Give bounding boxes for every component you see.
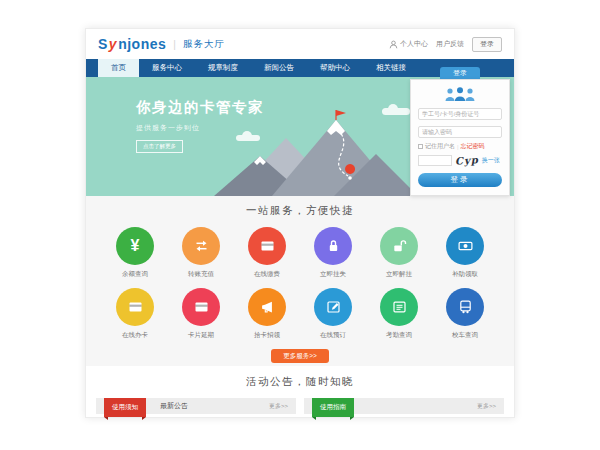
service-item-report-loss[interactable]: 立即挂失 (300, 227, 366, 279)
personal-center-label: 个人中心 (400, 39, 428, 49)
service-label: 余额查询 (102, 270, 168, 279)
service-item-transfer[interactable]: 转账充值 (168, 227, 234, 279)
services-row-2: 在线办卡 卡片延期 拾卡招领 (86, 288, 514, 340)
service-label: 在线缴费 (234, 270, 300, 279)
feedback-label: 用户反馈 (436, 39, 464, 49)
remember-checkbox[interactable] (418, 144, 423, 149)
hero-title: 你身边的卡管专家 (136, 98, 264, 117)
latest-news-tab[interactable]: 最新公告 (160, 401, 188, 411)
header-login-button[interactable]: 登录 (472, 37, 502, 52)
announcements-title: 活动公告，随时知晓 (86, 375, 514, 389)
service-circle[interactable] (182, 227, 220, 265)
services-row-1: ¥ 余额查询 转账充值 (86, 227, 514, 279)
service-label: 在线办卡 (102, 331, 168, 340)
nav-item-rules[interactable]: 规章制度 (195, 59, 251, 77)
service-item-lost-found[interactable]: 拾卡招领 (234, 288, 300, 340)
separator: | (457, 144, 459, 150)
service-label: 立即挂失 (300, 270, 366, 279)
list-icon (391, 299, 408, 315)
service-circle[interactable] (314, 288, 352, 326)
megaphone-icon (259, 299, 276, 315)
service-circle[interactable] (380, 227, 418, 265)
service-item-payment[interactable]: 在线缴费 (234, 227, 300, 279)
transfer-icon (193, 238, 210, 254)
captcha-input[interactable] (418, 155, 452, 166)
service-circle[interactable]: ¥ (116, 227, 154, 265)
usage-guide-ribbon[interactable]: 使用指南 (312, 398, 354, 417)
captcha-image[interactable]: Cyp (455, 154, 479, 167)
card-icon (259, 238, 276, 254)
service-item-balance[interactable]: ¥ 余额查询 (102, 227, 168, 279)
more-services-button[interactable]: 更多服务>> (271, 349, 329, 363)
service-circle[interactable] (182, 288, 220, 326)
notice-more-link[interactable]: 更多>> (269, 402, 288, 411)
service-circle[interactable] (248, 227, 286, 265)
lock-icon (325, 238, 342, 254)
service-circle[interactable] (314, 227, 352, 265)
login-panel: 登录 记住用户名 | 忘记密码 Cyp 换一张 (410, 67, 510, 196)
nav-item-help-center[interactable]: 帮助中心 (307, 59, 363, 77)
site-name: 服务大厅 (183, 38, 225, 51)
service-label: 卡片延期 (168, 331, 234, 340)
service-item-card-renewal[interactable]: 卡片延期 (168, 288, 234, 340)
service-item-school-bus[interactable]: 校车查询 (432, 288, 498, 340)
nav-item-service-center[interactable]: 服务中心 (139, 59, 195, 77)
service-label: 校车查询 (432, 331, 498, 340)
notice-panel: 使用须知 最新公告 更多>> (96, 398, 296, 414)
edit-icon (325, 299, 342, 315)
service-label: 考勤查询 (366, 331, 432, 340)
service-label: 在线预订 (300, 331, 366, 340)
login-tab[interactable]: 登录 (440, 67, 480, 79)
service-circle[interactable] (248, 288, 286, 326)
account-input[interactable] (418, 108, 502, 120)
feedback-link[interactable]: 用户反馈 (436, 39, 464, 49)
person-icon (389, 40, 398, 49)
unlock-icon (391, 238, 408, 254)
login-submit-button[interactable]: 登录 (418, 173, 502, 187)
card-icon (193, 299, 210, 315)
forgot-password-link[interactable]: 忘记密码 (461, 142, 485, 151)
service-label: 补助领取 (432, 270, 498, 279)
guide-more-link[interactable]: 更多>> (477, 402, 496, 411)
logo-prefix: S (98, 36, 108, 52)
banknote-icon (457, 238, 474, 254)
service-label: 转账充值 (168, 270, 234, 279)
services-title: 一站服务，方便快捷 (86, 204, 514, 218)
service-circle[interactable] (380, 288, 418, 326)
header-links: 个人中心 用户反馈 登录 (389, 37, 502, 52)
users-icon (443, 86, 477, 102)
personal-center-link[interactable]: 个人中心 (389, 39, 428, 49)
nav-item-news[interactable]: 新闻公告 (251, 59, 307, 77)
nav-item-home[interactable]: 首页 (98, 59, 139, 77)
captcha-refresh-link[interactable]: 换一张 (482, 156, 500, 165)
page-container: S y njones | 服务大厅 个人中心 用户反馈 登录 首页 服务中心 规… (85, 28, 515, 418)
logo-divider: | (173, 39, 176, 50)
service-circle[interactable] (446, 288, 484, 326)
login-form: 记住用户名 | 忘记密码 Cyp 换一张 登录 (410, 79, 510, 196)
brand-logo[interactable]: S y njones (98, 36, 166, 52)
remember-row: 记住用户名 | 忘记密码 (418, 142, 502, 151)
announcements-section: 活动公告，随时知晓 使用须知 最新公告 更多>> 使用指南 更多>> (86, 366, 514, 414)
bus-icon (457, 299, 474, 315)
hero-banner: 你身边的卡管专家 提供服务一步到位 点击了解更多 登录 记住用户名 | 忘记密码 (86, 77, 514, 196)
service-item-booking[interactable]: 在线预订 (300, 288, 366, 340)
logo-suffix: njones (118, 36, 166, 52)
hero-subtitle: 提供服务一步到位 (136, 123, 264, 133)
logo-accent: y (109, 36, 117, 52)
yen-icon: ¥ (131, 237, 140, 255)
service-item-unfreeze[interactable]: 立即解挂 (366, 227, 432, 279)
service-label: 拾卡招领 (234, 331, 300, 340)
service-item-subsidy[interactable]: 补助领取 (432, 227, 498, 279)
usage-notice-ribbon[interactable]: 使用须知 (104, 398, 146, 417)
service-item-apply-card[interactable]: 在线办卡 (102, 288, 168, 340)
service-circle[interactable] (116, 288, 154, 326)
card-icon (127, 299, 144, 315)
captcha-row: Cyp 换一张 (418, 155, 502, 166)
service-item-attendance[interactable]: 考勤查询 (366, 288, 432, 340)
guide-panel-header: 使用指南 更多>> (304, 398, 504, 414)
password-input[interactable] (418, 126, 502, 138)
service-circle[interactable] (446, 227, 484, 265)
hero-text: 你身边的卡管专家 提供服务一步到位 点击了解更多 (136, 98, 264, 153)
header: S y njones | 服务大厅 个人中心 用户反馈 登录 (86, 29, 514, 59)
hero-cta-button[interactable]: 点击了解更多 (136, 140, 183, 153)
